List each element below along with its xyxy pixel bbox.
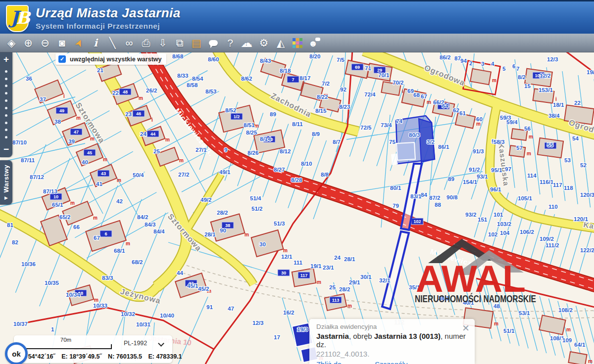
parcel-label: 8/8	[321, 172, 329, 178]
parcel-label: 91	[206, 304, 213, 310]
parcel-label: 16/2	[283, 310, 294, 316]
zoom-level-dots[interactable]	[5, 65, 7, 143]
expand-panel-icon: ▶	[4, 195, 8, 200]
parcel-label: 25	[329, 284, 336, 290]
parcel-label: 52	[580, 162, 587, 168]
tool-prism[interactable]: ◭	[272, 35, 289, 51]
map-toolbar: ◈⊕⊖◙➤i╲∞⎙⇩⧉▤?☁↓⚙◭☻	[0, 34, 594, 52]
tool-pointer[interactable]: ➤	[70, 35, 87, 51]
zoom-in-button[interactable]: +	[3, 54, 9, 64]
zoom-dot[interactable]	[5, 136, 7, 138]
tool-palette[interactable]	[289, 35, 306, 51]
windows-icon: ⧉	[176, 38, 184, 48]
building-mark: m	[529, 134, 533, 139]
tool-windows[interactable]: ⧉	[171, 35, 188, 51]
zoom-out-icon: ⊖	[41, 38, 50, 48]
zoom-dot[interactable]	[5, 114, 7, 117]
tool-measure[interactable]: ╲	[104, 35, 121, 51]
parcel-label: 38	[54, 119, 61, 125]
tool-feedback[interactable]: ☻	[306, 35, 323, 51]
parcel-label: 9	[224, 147, 227, 153]
building-mark: m	[117, 178, 121, 183]
address-plate-number: 1/2	[234, 114, 240, 119]
popup-actions: Zbliż do obiektu Szczegóły (I) + Inne	[316, 361, 469, 364]
parcel-label: 116/1	[540, 179, 554, 185]
feedback-icon: ☻	[308, 38, 320, 48]
parcel-label: 69	[407, 88, 414, 94]
address-plate-number: 30	[281, 271, 286, 275]
app-header: B J Urząd Miasta Jastarnia System Inform…	[0, 0, 594, 34]
zoom-dot[interactable]	[5, 92, 7, 94]
tool-zoom-in[interactable]: ⊕	[20, 35, 37, 51]
parcel-label: 87/2	[429, 195, 440, 201]
tool-comment[interactable]	[205, 35, 222, 51]
building-mark: m	[494, 321, 498, 326]
parcel-label: 104	[500, 230, 510, 236]
tool-print[interactable]: ⎙	[138, 35, 154, 51]
parcel-label: 15	[524, 83, 531, 89]
zoom-dot[interactable]	[5, 129, 7, 131]
parcel-label: 83/1	[410, 193, 422, 199]
parcel-label: 64/1	[574, 342, 586, 348]
parcel-label: 23	[125, 111, 132, 117]
zoom-to-object-link[interactable]: Zbliż do obiektu	[316, 361, 364, 364]
parcel-label: 10/35	[45, 280, 59, 286]
zoom-dot[interactable]	[5, 78, 7, 80]
parcel-label: 75	[389, 139, 396, 145]
parcel-label: 96/1	[490, 186, 501, 192]
zoom-dot[interactable]	[5, 85, 7, 87]
parcel-label: 8/60	[208, 56, 219, 62]
parcel-label: 109	[562, 337, 572, 343]
building-mark: m	[317, 279, 321, 285]
details-link[interactable]: Szczegóły (I)	[375, 361, 414, 364]
parcel-label: 68/1	[114, 248, 125, 254]
parcel-label: 30/1	[360, 274, 372, 280]
cloud-download-icon: ☁↓	[241, 37, 253, 49]
tool-layers[interactable]: ◈	[3, 35, 20, 51]
popup-description: Jastarnia, obręb Jastarnia 13 (0013), nu…	[316, 332, 469, 349]
parcel-label: 22	[574, 100, 581, 106]
parcel-label: 90/8	[446, 194, 458, 200]
popup-title: Działka ewidencyjna	[316, 323, 469, 330]
tool-zoom-out[interactable]: ⊖	[37, 35, 53, 51]
all-layers-checkbox[interactable]: ✓	[58, 55, 66, 63]
parcel-label: 7/2	[322, 81, 330, 87]
tool-identify[interactable]: i	[87, 35, 104, 51]
scale-bar-label: 70m	[20, 337, 112, 343]
parcel-label: 61	[459, 110, 466, 116]
tool-download[interactable]: ⇩	[154, 35, 171, 51]
building-mark: i	[555, 96, 557, 102]
chevron-down-icon[interactable]	[158, 340, 164, 347]
address-plate-number: 10	[53, 194, 58, 199]
parcel-label: 23/1	[323, 265, 334, 271]
tool-layout[interactable]: ▤	[188, 35, 205, 51]
parcel-label: 8/54	[192, 76, 203, 82]
building-mark: m	[283, 248, 288, 253]
parcel-label: 95/1	[491, 167, 502, 173]
tool-link[interactable]: ∞	[121, 35, 138, 51]
comment-icon	[209, 40, 218, 46]
close-icon[interactable]: ×	[462, 322, 470, 333]
zoom-dot[interactable]	[5, 99, 7, 102]
tool-select-area[interactable]: ◙	[53, 35, 70, 51]
parcel-label: 42	[116, 198, 123, 204]
tool-cloud-download[interactable]: ☁↓	[239, 35, 255, 51]
scale-tick-right	[111, 344, 112, 348]
zoom-dot[interactable]	[5, 122, 7, 124]
tool-help[interactable]: ?	[222, 35, 239, 51]
popup-town: Jastarnia	[316, 332, 349, 340]
coordinates-readout: N: 54°42´16˝ E: 18°39´49.5˝ N: 760135.5 …	[20, 353, 187, 360]
parcel-label: 72/5	[360, 125, 372, 131]
ok-button[interactable]: ok	[5, 342, 28, 364]
layers-panel-tab[interactable]: Warstwy ▶	[0, 160, 12, 205]
parcel-label: 97	[505, 166, 511, 172]
crest-letter-j: J	[10, 7, 19, 28]
parcel-label: 65/2	[59, 214, 70, 220]
parcel-label: 66	[73, 224, 80, 230]
zoom-dot[interactable]	[5, 107, 7, 109]
parcel-label: 80/3	[409, 132, 420, 138]
tool-settings[interactable]: ⚙	[255, 35, 272, 51]
crs-selector[interactable]: PL-1992	[124, 340, 147, 347]
zoom-dot[interactable]	[5, 70, 7, 73]
zoom-out-button[interactable]: −	[3, 144, 9, 154]
